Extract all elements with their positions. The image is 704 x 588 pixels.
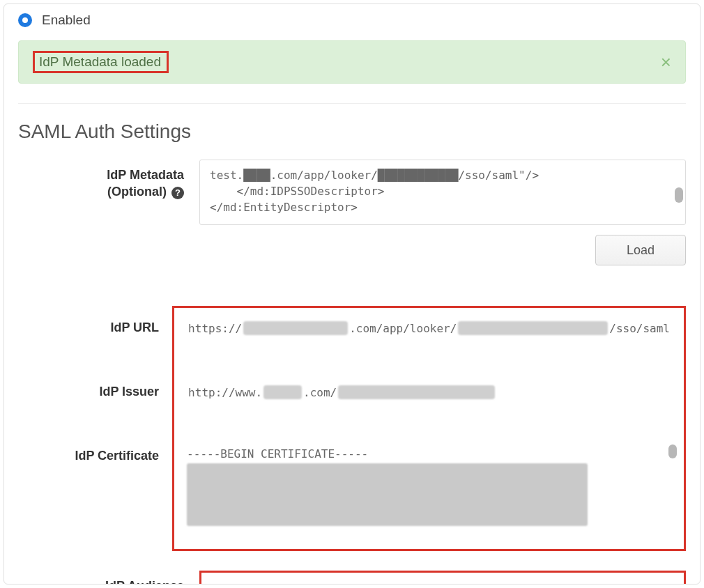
scrollbar-thumb[interactable]	[675, 187, 683, 203]
idp-issuer-input[interactable]: http://www. .com/	[178, 376, 680, 408]
idp-certificate-textarea[interactable]: -----BEGIN CERTIFICATE-----	[178, 440, 680, 545]
help-icon[interactable]: ?	[171, 187, 184, 199]
idp-fields-highlight: IdP URL https:// .com/app/looker/ /sso/s…	[18, 306, 686, 551]
cert-begin-line: -----BEGIN CERTIFICATE-----	[181, 447, 670, 461]
label-text: IdP Audience	[105, 579, 184, 585]
close-icon[interactable]: ×	[661, 53, 671, 71]
label-text: IdP Metadata	[107, 168, 184, 182]
idp-audience-label: IdP Audience (Optional) ?	[18, 571, 199, 585]
label-text: IdP URL	[110, 320, 159, 334]
enabled-label: Enabled	[42, 13, 91, 28]
alert-text: IdP Metadata loaded	[39, 54, 161, 69]
alert-highlight-box: IdP Metadata loaded	[33, 51, 169, 73]
alert-success: IdP Metadata loaded ×	[18, 40, 686, 84]
idp-metadata-label: IdP Metadata (Optional) ?	[18, 160, 199, 201]
idp-audience-row: IdP Audience (Optional) ?	[18, 571, 686, 585]
label-sub: (Optional)	[107, 185, 167, 199]
divider	[18, 103, 686, 104]
redacted-segment	[338, 385, 495, 399]
scrollbar-thumb[interactable]	[668, 444, 677, 458]
label-text: IdP Issuer	[99, 385, 159, 399]
section-title: SAML Auth Settings	[18, 121, 700, 143]
text-segment: .com/app/looker/	[349, 322, 457, 335]
text-segment: http://www.	[188, 386, 262, 399]
enabled-row: Enabled	[4, 4, 700, 33]
text-segment: https://	[188, 322, 242, 335]
idp-metadata-row: IdP Metadata (Optional) ? Load	[18, 160, 686, 265]
saml-settings-panel: Enabled IdP Metadata loaded × SAML Auth …	[3, 3, 701, 585]
text-segment: .com/	[303, 386, 337, 399]
load-button[interactable]: Load	[595, 235, 686, 265]
idp-issuer-label: IdP Issuer	[3, 376, 174, 400]
redacted-segment	[263, 385, 302, 399]
red-highlight-box-main: IdP URL https:// .com/app/looker/ /sso/s…	[172, 306, 686, 551]
idp-metadata-field: Load	[199, 160, 686, 265]
idp-audience-input[interactable]	[201, 573, 684, 585]
idp-url-label: IdP URL	[3, 312, 174, 336]
redacted-segment	[243, 321, 348, 335]
text-segment: /sso/saml	[609, 322, 670, 335]
label-text: IdP Certificate	[75, 449, 159, 463]
red-highlight-box-audience	[199, 571, 686, 585]
redacted-segment	[458, 321, 608, 335]
enabled-radio[interactable]	[18, 13, 32, 27]
redacted-segment	[187, 463, 588, 526]
idp-url-input[interactable]: https:// .com/app/looker/ /sso/saml	[178, 312, 680, 344]
idp-certificate-label: IdP Certificate	[3, 440, 174, 464]
idp-metadata-textarea[interactable]	[199, 160, 686, 225]
